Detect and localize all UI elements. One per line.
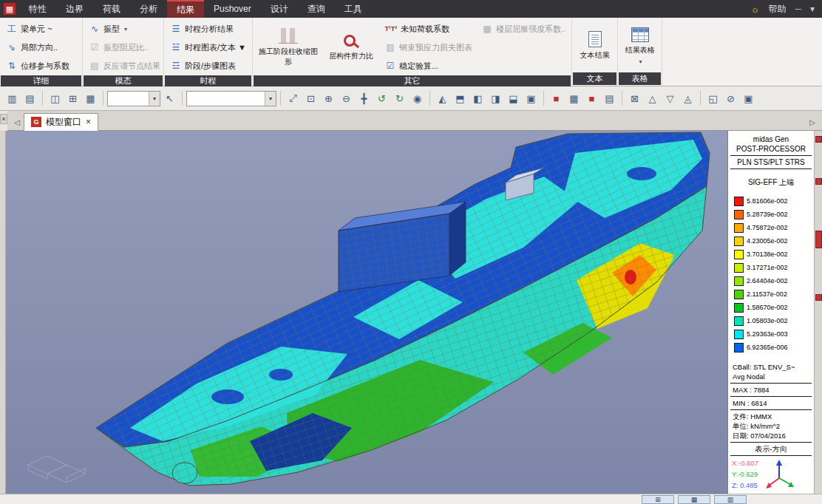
menu-boundary[interactable]: 边界: [56, 0, 93, 18]
iso-view-icon[interactable]: ◭: [434, 90, 451, 107]
scale-row: 5.28739e-002: [730, 208, 812, 221]
zoom-window-icon[interactable]: ⊡: [302, 90, 319, 107]
left-dock-strip[interactable]: [0, 131, 6, 494]
story-yield-strength-factor-button[interactable]: ▦ 楼层屈服强度系数..: [479, 20, 568, 38]
normal-view-icon[interactable]: ▣: [523, 90, 540, 107]
deactivate-icon[interactable]: ⊘: [722, 90, 739, 107]
legend-result-type: PLN STS/PLT STRS: [730, 157, 812, 167]
view-preset-select[interactable]: ▾: [107, 91, 160, 106]
color-swatch: [734, 250, 744, 259]
pan-icon[interactable]: ╋: [356, 90, 373, 107]
ribbon-group-text: 文本结果 文本: [572, 18, 618, 86]
tab-scroll-left-icon[interactable]: ◁: [10, 114, 24, 130]
display-mode-select[interactable]: ▾: [186, 91, 276, 106]
displacement-participation-button[interactable]: ⇅ 位移参与系数: [4, 57, 72, 75]
select-pointer-icon[interactable]: ↖: [161, 90, 178, 107]
color-swatch: [734, 316, 744, 326]
beam-element-button[interactable]: 工 梁单元 ~: [4, 20, 72, 38]
vibration-mode-button[interactable]: ∿ 振型 ▾: [86, 20, 163, 38]
dock-button-4[interactable]: [815, 294, 822, 301]
dock-button-3[interactable]: [815, 231, 822, 248]
select-single-icon[interactable]: ◫: [47, 90, 64, 107]
time-history-graph-text-button[interactable]: ☱ 时程图表/文本 ▼: [168, 38, 248, 56]
theme-icon[interactable]: ☼: [751, 4, 760, 15]
zoom-lock-icon[interactable]: ▣: [740, 90, 757, 107]
modal-damping-button[interactable]: ☑ 振型阻尼比..: [86, 38, 163, 56]
result-tables-button[interactable]: 结果表格 ▾: [622, 20, 658, 72]
tendon-loss-graph-button[interactable]: ▨ 钢束预应力损失图表: [382, 38, 475, 56]
stage-step-graph-button[interactable]: ☲ 阶段/步骤图表: [168, 57, 248, 75]
response-spectrum-node-button[interactable]: ▤ 反应谱节点结果: [86, 57, 163, 75]
redraw-icon[interactable]: ▥: [4, 90, 21, 107]
legend-file: 文件: HMMX: [730, 412, 812, 421]
text-results-button[interactable]: 文本结果: [576, 20, 614, 72]
hidden-surface-icon[interactable]: ■: [583, 90, 600, 107]
menu-results[interactable]: 结果: [167, 0, 204, 18]
render-mode-icon[interactable]: ■: [548, 90, 565, 107]
ribbon-group-modal: ∿ 振型 ▾ ☑ 振型阻尼比.. ▤ 反应谱节点结果 模态: [83, 18, 164, 86]
scale-row: 4.23005e-002: [730, 234, 812, 248]
front-view-icon[interactable]: ◧: [469, 90, 486, 107]
initial-view-icon[interactable]: ▤: [21, 90, 38, 107]
window-tabbar: ◁ G 模型窗口 × ▷: [7, 111, 822, 131]
legend-panel: midas Gen POST-PROCESSOR PLN STS/PLT STR…: [727, 131, 814, 494]
group-label-text: 文本: [573, 72, 616, 85]
time-history-results-button[interactable]: ☰ 时程分析结果: [168, 20, 248, 38]
ribbon-options-chevron-icon[interactable]: ▾: [810, 4, 815, 14]
view-toolbar: ▥ ▤ ◫ ⊞ ▦ ▾ ↖ ▾ ⤢ ⊡ ⊕ ⊖ ╋ ↺ ↻ ◉ ◭ ⬒ ◧ ◨ …: [0, 86, 822, 111]
tab-close-icon[interactable]: ×: [86, 117, 91, 127]
rotate-right-icon[interactable]: ↻: [391, 90, 408, 107]
menu-design[interactable]: 设计: [261, 0, 298, 18]
story-member-shear-ratio-button[interactable]: 层构件剪力比: [325, 20, 378, 75]
model-viewport[interactable]: midas Gen POST-PROCESSOR PLN STS/PLT STR…: [6, 131, 814, 494]
status-widget-2[interactable]: ▦: [678, 495, 710, 504]
menu-load[interactable]: 荷载: [93, 0, 130, 18]
active-all-icon[interactable]: ◱: [704, 90, 721, 107]
menu-pushover[interactable]: Pushover: [204, 0, 261, 18]
menu-tools[interactable]: 工具: [335, 0, 372, 18]
label-display-icon[interactable]: ◬: [679, 90, 696, 107]
unknown-load-factor-button[interactable]: T¹T² 未知荷载系数: [382, 20, 475, 38]
select-window-icon[interactable]: ⊞: [64, 90, 81, 107]
menu-query[interactable]: 查询: [298, 0, 335, 18]
rotate-left-icon[interactable]: ↺: [373, 90, 390, 107]
shrink-element-icon[interactable]: ▤: [601, 90, 618, 107]
local-direction-button[interactable]: ⇘ 局部方向..: [4, 38, 72, 56]
color-swatch: [734, 290, 744, 299]
color-swatch: [734, 210, 744, 219]
stability-check-button[interactable]: ☑ 稳定验算...: [382, 57, 475, 75]
group-label-modal: 模态: [84, 75, 163, 86]
zoom-out-icon[interactable]: ⊖: [338, 90, 355, 107]
help-menu[interactable]: 帮助: [768, 3, 786, 16]
top-view-icon[interactable]: ⬒: [452, 90, 469, 107]
scale-row: 1.05803e-002: [730, 314, 812, 327]
construction-stage-column-shortening-button[interactable]: 施工阶段柱收缩图形: [257, 20, 320, 75]
zoom-fit-icon[interactable]: ⤢: [285, 90, 302, 107]
close-panel-button[interactable]: ×: [0, 114, 7, 124]
element-number-icon[interactable]: ▽: [662, 90, 679, 107]
status-widget-1[interactable]: ⊞: [642, 495, 674, 504]
select-all-icon[interactable]: ▦: [82, 90, 99, 107]
minimize-ribbon-icon[interactable]: ─: [795, 4, 801, 14]
node-number-icon[interactable]: △: [644, 90, 661, 107]
tab-model-window[interactable]: G 模型窗口 ×: [24, 113, 98, 131]
dynamic-view-icon[interactable]: ◉: [409, 90, 426, 107]
menu-properties[interactable]: 特性: [19, 0, 56, 18]
mesh-display-icon[interactable]: ▦: [565, 90, 582, 107]
perspective-icon[interactable]: ⊠: [626, 90, 643, 107]
dock-button-2[interactable]: [815, 178, 822, 185]
status-widget-3[interactable]: ▥: [714, 495, 747, 504]
combo-dropdown-icon[interactable]: ▾: [265, 92, 276, 106]
bottom-view-icon[interactable]: ⬓: [505, 90, 522, 107]
group-label-time-history: 时程: [165, 75, 251, 86]
model-canvas[interactable]: [6, 131, 727, 494]
zoom-in-icon[interactable]: ⊕: [320, 90, 337, 107]
dock-button-1[interactable]: [815, 136, 822, 143]
combo-dropdown-icon[interactable]: ▾: [149, 92, 160, 106]
menu-analysis[interactable]: 分析: [130, 0, 167, 18]
tab-scroll-right-icon[interactable]: ▷: [806, 114, 819, 130]
dropdown-icon[interactable]: ▾: [639, 58, 642, 65]
side-view-icon[interactable]: ◨: [487, 90, 504, 107]
legend-load-case: CBall: STL ENV_S~: [730, 362, 812, 372]
dropdown-icon[interactable]: ▾: [124, 26, 127, 33]
